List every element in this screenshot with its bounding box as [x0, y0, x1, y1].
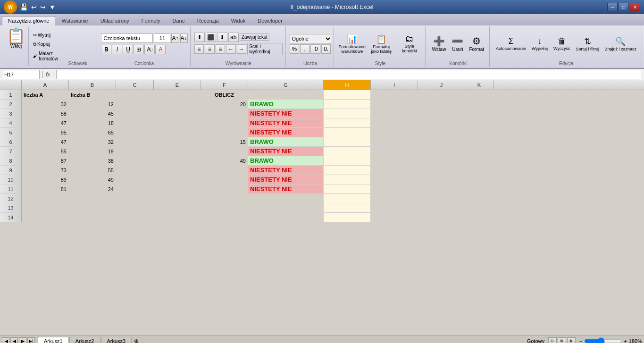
cell-F10[interactable] [201, 175, 248, 184]
cell-H13[interactable] [324, 203, 371, 213]
cell-C10[interactable] [116, 175, 154, 184]
office-button[interactable]: W [4, 0, 17, 14]
cell-J8[interactable] [418, 156, 465, 166]
align-bottom-btn[interactable]: ⬇ [217, 33, 227, 42]
underline-btn[interactable]: U [123, 45, 133, 54]
tab-page-layout[interactable]: Układ strony [94, 16, 135, 25]
tab-data[interactable]: Dane [167, 16, 191, 25]
first-sheet-btn[interactable]: |◀ [2, 337, 9, 343]
cell-A13[interactable] [22, 203, 69, 213]
cell-F11[interactable] [201, 184, 248, 194]
sort-filter-btn[interactable]: ⇅ Sortuj i filtruj [573, 35, 602, 53]
cell-E7[interactable] [154, 147, 201, 156]
decrease-decimal-btn[interactable]: 0. [321, 44, 331, 54]
row-header-8[interactable]: 8 [0, 156, 22, 166]
row-header-6[interactable]: 6 [0, 137, 22, 147]
increase-font-btn[interactable]: A↑ [171, 33, 179, 43]
cell-A6[interactable]: 47 [22, 137, 69, 147]
row-header-13[interactable]: 13 [0, 203, 22, 213]
minimize-btn[interactable]: ─ [607, 3, 618, 11]
cell-J4[interactable] [418, 118, 465, 128]
row-header-10[interactable]: 10 [0, 175, 22, 184]
cell-B12[interactable] [69, 194, 116, 203]
cell-F1[interactable]: OBLICZ [201, 90, 248, 100]
increase-indent-btn[interactable]: → [237, 44, 246, 54]
cell-E14[interactable] [154, 213, 201, 222]
sheet-tab-3[interactable]: Arkusz3 [101, 337, 132, 343]
cell-C3[interactable] [116, 109, 154, 118]
cell-style-btn[interactable]: 🗂 Style komórki [396, 33, 422, 55]
cell-F13[interactable] [201, 203, 248, 213]
wrap-text-btn[interactable]: Zawijaj tekst [240, 33, 269, 41]
autosum-btn[interactable]: Σ Autosumowanie [493, 35, 528, 52]
cell-K4[interactable] [465, 118, 493, 128]
cell-K11[interactable] [465, 184, 493, 194]
cell-C6[interactable] [116, 137, 154, 147]
text-angle-btn[interactable]: ab [228, 33, 239, 42]
cell-C7[interactable] [116, 147, 154, 156]
redo-qa-btn[interactable]: ↪ [39, 2, 47, 12]
new-sheet-btn[interactable]: ⊕ [134, 337, 139, 343]
col-header-b[interactable]: B [69, 80, 116, 90]
cell-B5[interactable]: 65 [69, 128, 116, 137]
cell-B3[interactable]: 45 [69, 109, 116, 118]
tab-insert[interactable]: Wstawianie [55, 16, 94, 25]
thousands-btn[interactable]: , [300, 44, 309, 54]
font-name-input[interactable] [101, 33, 153, 43]
align-middle-btn[interactable]: ⬛ [206, 33, 216, 42]
tab-view[interactable]: Widok [225, 16, 252, 25]
italic-btn[interactable]: I [112, 45, 122, 54]
row-header-5[interactable]: 5 [0, 128, 22, 137]
cell-F8[interactable]: 49 [201, 156, 248, 166]
cell-E10[interactable] [154, 175, 201, 184]
cell-G12[interactable] [248, 194, 324, 203]
tab-home[interactable]: Narzędzia główne [2, 16, 55, 25]
cell-B7[interactable]: 19 [69, 147, 116, 156]
cell-F12[interactable] [201, 194, 248, 203]
cell-K14[interactable] [465, 213, 493, 222]
align-top-btn[interactable]: ⬆ [194, 33, 205, 42]
cell-J2[interactable] [418, 100, 465, 109]
col-header-f[interactable]: F [201, 80, 248, 90]
cell-E13[interactable] [154, 203, 201, 213]
cell-B10[interactable]: 49 [69, 175, 116, 184]
cell-H3[interactable] [324, 109, 371, 118]
cell-H9[interactable] [324, 166, 371, 175]
row-header-2[interactable]: 2 [0, 100, 22, 109]
col-header-c[interactable]: C [116, 80, 154, 90]
clear-btn[interactable]: 🗑 Wyczyść [551, 35, 572, 52]
cell-A7[interactable]: 55 [22, 147, 69, 156]
row-header-7[interactable]: 7 [0, 147, 22, 156]
cell-A1[interactable]: liczba A [22, 90, 69, 100]
cell-G1[interactable] [248, 90, 324, 100]
cell-J14[interactable] [418, 213, 465, 222]
maximize-btn[interactable]: □ [619, 3, 629, 11]
row-header-14[interactable]: 14 [0, 213, 22, 222]
cell-I12[interactable] [371, 194, 418, 203]
cell-F14[interactable] [201, 213, 248, 222]
undo-qa-btn[interactable]: ↩ [30, 2, 38, 12]
formula-input[interactable] [56, 70, 642, 79]
decrease-indent-btn[interactable]: ← [226, 44, 235, 54]
save-qa-btn[interactable]: 💾 [19, 2, 29, 12]
cell-J7[interactable] [418, 147, 465, 156]
cell-J1[interactable] [418, 90, 465, 100]
last-sheet-btn[interactable]: ▶| [27, 337, 35, 343]
row-header-11[interactable]: 11 [0, 184, 22, 194]
sheet-tab-2[interactable]: Arkusz2 [69, 337, 100, 343]
cell-G7[interactable]: NIESTETY NIE [248, 147, 324, 156]
format-table-btn[interactable]: 📋 Formatuj jako tabelę [367, 33, 395, 55]
cell-C9[interactable] [116, 166, 154, 175]
font-color-btn[interactable]: A [155, 45, 166, 54]
copy-button[interactable]: ⧉ Kopiuj [31, 40, 60, 49]
cell-F5[interactable] [201, 128, 248, 137]
cell-C13[interactable] [116, 203, 154, 213]
cell-K2[interactable] [465, 100, 493, 109]
cell-A12[interactable] [22, 194, 69, 203]
cell-F2[interactable]: 20 [201, 100, 248, 109]
align-left-btn[interactable]: ≡ [194, 44, 204, 54]
cell-B14[interactable] [69, 213, 116, 222]
col-header-i[interactable]: I [371, 80, 418, 90]
align-right-btn[interactable]: ≡ [216, 44, 225, 54]
cell-J11[interactable] [418, 184, 465, 194]
